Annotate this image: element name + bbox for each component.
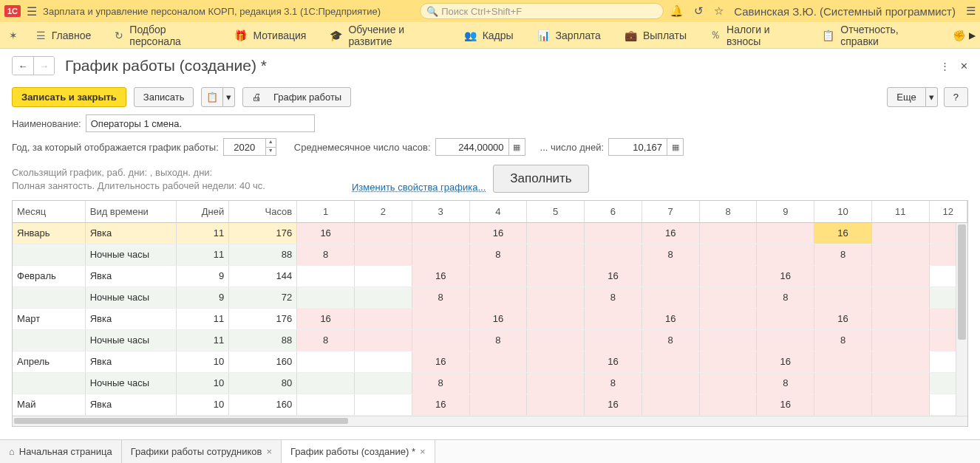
year-label: Год, за который отображается график рабо… <box>12 142 219 153</box>
back-button[interactable]: ← <box>13 57 33 75</box>
menu-item-5[interactable]: 📊Зарплата <box>525 22 613 48</box>
bottom-tab-0[interactable]: ⌂Начальная страница <box>0 440 122 463</box>
copy-dropdown[interactable]: ▾ <box>223 87 235 107</box>
name-input[interactable]: Операторы 1 смена. <box>86 114 315 132</box>
vertical-scrollbar[interactable] <box>956 223 967 416</box>
star-icon[interactable]: ☆ <box>714 4 724 18</box>
col-hours[interactable]: Часов <box>229 201 297 222</box>
menu-item-3[interactable]: 🎓Обучение и развитие <box>318 22 452 48</box>
calculator-icon-2[interactable]: ▦ <box>667 138 684 156</box>
col-day-3[interactable]: 3 <box>412 201 469 222</box>
schedule-hint: Скользящий график, раб. дни: , выходн. д… <box>12 166 344 193</box>
table-row[interactable]: МайЯвка10160161616 <box>13 394 967 415</box>
user-label[interactable]: Савинская З.Ю. (Системный программист) <box>734 5 956 18</box>
more-button[interactable]: Еще <box>887 87 925 107</box>
col-day-7[interactable]: 7 <box>642 201 699 222</box>
table-row[interactable]: ФевральЯвка9144161616 <box>13 265 967 287</box>
menu-icon-2: 🎁 <box>234 30 247 41</box>
year-row: Год, за который отображается график рабо… <box>12 138 968 156</box>
avg-days-label: ... число дней: <box>540 142 604 153</box>
kebab-icon[interactable]: ⋮ <box>940 61 950 72</box>
bell-icon[interactable]: 🔔 <box>670 4 684 18</box>
col-day-4[interactable]: 4 <box>469 201 527 222</box>
bottom-tab-1[interactable]: Графики работы сотрудников× <box>122 440 282 463</box>
col-day-6[interactable]: 6 <box>585 201 642 222</box>
col-month[interactable]: Месяц <box>13 201 85 222</box>
menu-overflow-icon[interactable]: ▶ <box>969 30 976 41</box>
app-title: Зарплата и управление персоналом КОРП, р… <box>43 6 381 17</box>
col-day-1[interactable]: 1 <box>297 201 355 222</box>
forward-button[interactable]: → <box>33 57 54 75</box>
menu-item-0[interactable]: ☰Главное <box>24 22 103 48</box>
tab-close-icon[interactable]: × <box>420 446 426 457</box>
bottom-tab-2[interactable]: График работы (создание) *× <box>282 440 435 463</box>
year-input[interactable]: 2020 <box>223 138 266 156</box>
close-icon[interactable]: ✕ <box>960 61 968 72</box>
titlebar: 1C ☰ Зарплата и управление персоналом КО… <box>0 0 980 22</box>
menu-item-7[interactable]: ％Налоги и взносы <box>698 22 810 48</box>
year-spinner[interactable]: ▲▼ <box>266 138 276 156</box>
hamburger-icon[interactable]: ☰ <box>27 4 37 18</box>
col-day-12[interactable]: 12 <box>929 201 967 222</box>
menu-icon-7: ％ <box>710 29 721 42</box>
home-icon: ⌂ <box>9 446 15 457</box>
save-and-close-button[interactable]: Записать и закрыть <box>12 87 126 107</box>
table-row[interactable]: Ночные часы11888888 <box>13 244 967 265</box>
col-day-9[interactable]: 9 <box>757 201 814 222</box>
history-icon[interactable]: ↺ <box>694 4 704 18</box>
col-day-10[interactable]: 10 <box>814 201 872 222</box>
avg-days-input[interactable]: 10,167 <box>608 138 667 156</box>
menu-item-4[interactable]: 👥Кадры <box>452 22 525 48</box>
fill-button[interactable]: Заполнить <box>493 165 588 193</box>
schedule-table[interactable]: МесяцВид времениДнейЧасов123456789101112… <box>12 200 968 427</box>
logo-1c: 1C <box>4 5 21 17</box>
menu-icon-5: 📊 <box>537 30 550 41</box>
horizontal-scrollbar[interactable] <box>13 416 967 426</box>
search-input[interactable]: 🔍 Поиск Ctrl+Shift+F <box>420 3 664 19</box>
page-title: График работы (создание) * <box>65 57 267 75</box>
table-row[interactable]: Ночные часы1080888 <box>13 372 967 394</box>
menu-icon-9: ✊ <box>953 30 965 41</box>
menu-icon-0: ☰ <box>36 30 46 41</box>
avg-hours-input[interactable]: 244,00000 <box>435 138 509 156</box>
table-row[interactable]: Ночные часы972888 <box>13 287 967 308</box>
main-menu: ✶ ☰Главное↻Подбор персонала🎁Мотивация🎓Об… <box>0 22 980 49</box>
tab-close-icon[interactable]: × <box>266 446 272 457</box>
col-day-8[interactable]: 8 <box>699 201 757 222</box>
print-icon: 🖨 <box>252 92 262 103</box>
menu-icon-3: 🎓 <box>330 30 342 41</box>
table-row[interactable]: ЯнварьЯвка1117616161616 <box>13 222 967 244</box>
save-button[interactable]: Записать <box>134 87 194 107</box>
menu-icon-1: ↻ <box>115 30 123 41</box>
print-schedule-button[interactable]: 🖨 График работы <box>242 87 351 107</box>
menu-toggle-icon[interactable]: ✶ <box>3 30 24 41</box>
col-day-5[interactable]: 5 <box>527 201 585 222</box>
calculator-icon[interactable]: ▦ <box>509 138 525 156</box>
menu-icon[interactable]: ☰ <box>966 4 976 18</box>
menu-item-8[interactable]: 📋Отчетность, справки <box>810 22 941 48</box>
copy-icon: 📋 <box>206 92 218 103</box>
col-day-2[interactable]: 2 <box>355 201 412 222</box>
more-dropdown[interactable]: ▾ <box>926 87 938 107</box>
menu-item-1[interactable]: ↻Подбор персонала <box>103 22 222 48</box>
table-row[interactable]: МартЯвка1117616161616 <box>13 308 967 329</box>
search-placeholder: Поиск Ctrl+Shift+F <box>441 6 522 17</box>
help-button[interactable]: ? <box>944 87 968 107</box>
table-row[interactable]: Ночные часы11888888 <box>13 329 967 351</box>
change-properties-link[interactable]: Изменить свойства графика... <box>352 182 486 193</box>
menu-icon-6: 💼 <box>625 30 637 41</box>
menu-item-6[interactable]: 💼Выплаты <box>613 22 698 48</box>
copy-button[interactable]: 📋 <box>201 87 223 107</box>
table-row[interactable]: АпрельЯвка10160161616 <box>13 351 967 372</box>
col-type[interactable]: Вид времени <box>85 201 176 222</box>
menu-icon-8: 📋 <box>822 30 834 41</box>
toolbar: Записать и закрыть Записать 📋 ▾ 🖨 График… <box>0 78 980 113</box>
bottom-tabs: ⌂Начальная страницаГрафики работы сотруд… <box>0 439 980 463</box>
name-label: Наименование: <box>12 118 81 129</box>
search-icon: 🔍 <box>426 6 438 17</box>
col-day-11[interactable]: 11 <box>871 201 929 222</box>
menu-item-2[interactable]: 🎁Мотивация <box>222 22 318 48</box>
col-days[interactable]: Дней <box>176 201 229 222</box>
page-header: ← → График работы (создание) * ⋮ ✕ <box>0 49 980 78</box>
name-row: Наименование: Операторы 1 смена. <box>12 114 968 132</box>
